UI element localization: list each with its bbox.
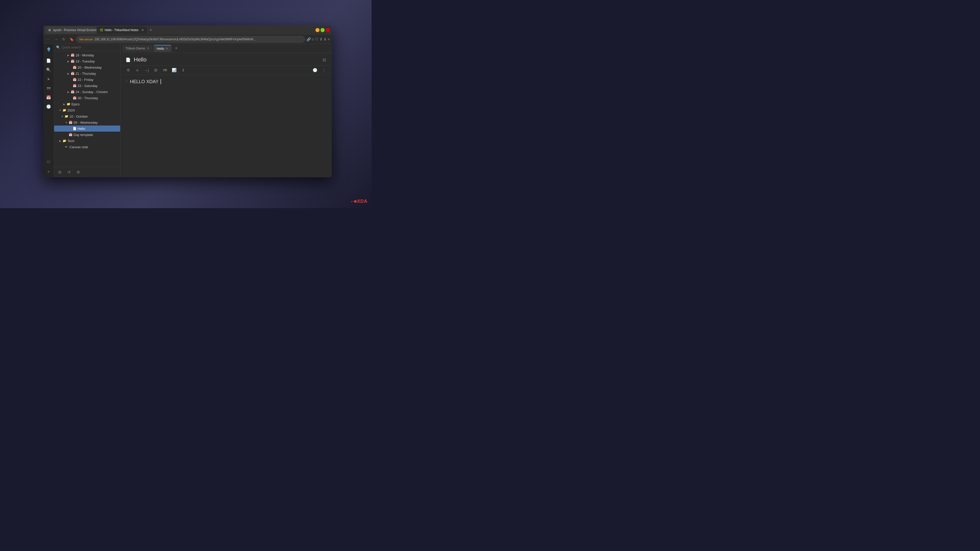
forward-button[interactable]: → [53, 36, 59, 42]
note-type-symbol: 📄 [126, 57, 130, 62]
expand-icon[interactable]: ▼ [64, 121, 68, 124]
calendar-note-icon: 📅 [70, 71, 75, 76]
link-icon[interactable]: 🔗 [307, 37, 311, 41]
menu-icon[interactable]: ≡ [328, 37, 330, 41]
expand-icon[interactable]: ▶ [62, 102, 66, 106]
tree-item-18-monday[interactable]: ▶ 📅 18 - Monday [54, 52, 120, 58]
tree-label: 21 - Thursday [76, 72, 119, 76]
collapse-sidebar-button[interactable]: « [45, 167, 53, 175]
shield-icon[interactable]: 🛡 [315, 37, 318, 41]
tree-item-21-thursday[interactable]: ▶ 📅 21 - Thursday [54, 70, 120, 76]
tree-item-epics[interactable]: ▶ 📁 Epics [54, 101, 120, 107]
tree-item-22-friday[interactable]: 📅 22 - Friday [54, 76, 120, 83]
tree-label: 10 - October [69, 114, 119, 118]
map-view-button[interactable]: 🗺 [161, 67, 169, 74]
tree-label: 30 - Thursday [78, 96, 119, 100]
calendar-note-icon: 📅 [70, 59, 75, 63]
formatting-button[interactable]: ≡ [134, 67, 141, 74]
proxmox-tab-label: ayush - Proxmox Virtual Environme... [53, 28, 97, 32]
tab-trilium-demo[interactable]: Trilium Demo ✕ [123, 45, 153, 52]
calendar-button[interactable]: 📅 [45, 94, 53, 102]
note-history-button[interactable]: 🕐 [311, 67, 318, 74]
split-view-button[interactable]: ⊟ [321, 56, 328, 63]
share-icon[interactable]: ⎋ [312, 37, 314, 41]
expand-icon[interactable]: ▶ [66, 59, 70, 63]
expand-icon[interactable]: ▶ [66, 53, 70, 57]
expand-icon[interactable]: ▶ [66, 71, 70, 76]
search-input[interactable]: Quick search [62, 45, 81, 49]
tab-hello[interactable]: Hello ✕ [154, 45, 172, 52]
bookmark-button[interactable]: 🔖 [68, 36, 75, 42]
calendar-note-icon: 📅 [68, 121, 73, 124]
expand-icon[interactable]: ▶ [66, 90, 70, 94]
maximize-button[interactable] [321, 28, 325, 32]
expand-icon[interactable]: ▼ [58, 108, 62, 112]
tree-label: 24 - Sunday - Christm [76, 90, 119, 94]
add-tab-button[interactable]: + [172, 45, 180, 52]
tree-item-09-wednesday[interactable]: ▼ 📅 09 - Wednesday [54, 119, 120, 125]
tab-demo-close[interactable]: ✕ [147, 47, 150, 50]
tab-close-button[interactable]: ✕ [141, 28, 144, 32]
tab-hello-close[interactable]: ✕ [165, 47, 169, 50]
note-properties-button[interactable]: ⚙ [124, 67, 132, 74]
history-button[interactable]: 🕐 [45, 103, 53, 111]
folder-icon: 📁 [62, 108, 66, 112]
note-body[interactable]: ⠿ HELLO XDA!! [121, 75, 332, 177]
tree-label: 19 - Tuesday [76, 59, 119, 63]
insert-button[interactable]: →| [143, 67, 150, 74]
more-options-button[interactable]: ⋮ [321, 67, 328, 74]
security-warning: Not secure [80, 38, 93, 41]
tree-item-10-october[interactable]: ▼ 📁 10 - October [54, 113, 120, 119]
new-note-button[interactable]: 📄 [45, 57, 53, 65]
tree-item-23-saturday[interactable]: 📅 23 - Saturday [54, 83, 120, 89]
tree-item-hello[interactable]: 📄 Hello [54, 125, 120, 132]
bookmark-icon: 🔖 [69, 37, 74, 41]
tree-item-20-wednesday[interactable]: 📅 20 - Wednesday [54, 64, 120, 70]
expand-icon[interactable]: ▼ [60, 114, 64, 118]
tree-item-canvas[interactable]: ✏ Canvas note [54, 144, 120, 150]
tree-item-tech[interactable]: ▶ 📁 Tech [54, 138, 120, 144]
back-button[interactable]: ← [45, 36, 52, 42]
tree-item-19-tuesday[interactable]: ▶ 📅 19 - Tuesday [54, 58, 120, 64]
sliders-icon: ⚙ [127, 68, 130, 73]
history-clock-icon: 🕐 [313, 68, 318, 73]
note-text[interactable]: HELLO XDA!! [130, 79, 158, 84]
extensions-icon[interactable]: ⬆ [320, 37, 323, 41]
note-header-actions: ⊟ [321, 56, 328, 63]
refresh-button[interactable]: ↻ [61, 36, 67, 42]
new-tab-button[interactable]: + [147, 27, 154, 34]
jump-to-button[interactable]: ➤ [45, 75, 53, 83]
browser-tab-proxmox[interactable]: 🖥 ayush - Proxmox Virtual Environme... [45, 27, 97, 34]
browser-tab-trilium[interactable]: 🌿 Hello - TriliumNext Notes ✕ [97, 27, 147, 34]
map-button[interactable]: 🗺 [45, 84, 53, 92]
browser-window: 🖥 ayush - Proxmox Virtual Environme... 🌿… [43, 25, 332, 177]
close-button[interactable] [326, 28, 330, 32]
table-button[interactable]: ⊞ [152, 67, 159, 74]
folder-icon: 📁 [66, 102, 70, 106]
sync-button[interactable]: ↺ [65, 168, 73, 176]
tree-item-24-sunday[interactable]: ▶ 📅 24 - Sunday - Christm [54, 89, 120, 95]
info-button[interactable]: ℹ [180, 67, 187, 74]
minimize-button[interactable] [315, 28, 320, 32]
trilium-logo [45, 46, 52, 54]
url-bar[interactable]: Not secure 192.168.31.108:8080/#root/z2Q… [76, 36, 305, 43]
expand-icon[interactable]: ▶ [58, 139, 62, 143]
layers-icon: ⧉ [59, 170, 61, 175]
url-text: 192.168.31.108:8080/#root/z2QSn8alzpDk/6… [94, 38, 302, 41]
download-icon[interactable]: ⬇ [324, 37, 327, 41]
note-type-icon[interactable]: 📄 [124, 56, 132, 63]
drag-handle-icon[interactable]: ⠿ [126, 79, 128, 83]
tree-item-30-thursday[interactable]: 📅 30 - Thursday [54, 95, 120, 101]
expand-icon [68, 78, 73, 82]
layers-button[interactable]: ⧉ [56, 168, 63, 176]
chart-button[interactable]: 📊 [170, 67, 178, 74]
search-button[interactable]: 🔍 [45, 66, 53, 74]
tree-label: Tech [67, 139, 119, 143]
tree-label: Epics [72, 102, 119, 106]
calendar-note-icon: 📅 [73, 78, 76, 82]
settings-button[interactable]: ⚙ [75, 168, 82, 176]
protected-session-button[interactable]: 🛡 [45, 158, 53, 166]
tree-item-day-template[interactable]: 📅 Day template [54, 132, 120, 138]
tree-item-2024[interactable]: ▼ 📁 2024 [54, 107, 120, 113]
info-icon: ℹ [183, 68, 184, 73]
